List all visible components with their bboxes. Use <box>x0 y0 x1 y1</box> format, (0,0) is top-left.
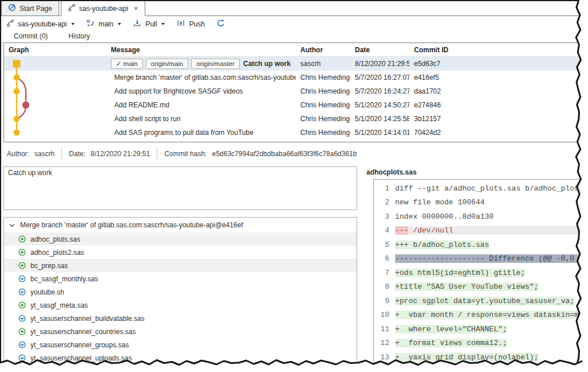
tab-label: sas-youtube-api <box>79 5 128 13</box>
commit-row[interactable]: Merge branch 'master' of gitlab.sas.com:… <box>4 71 587 84</box>
line-number: 8 <box>374 282 395 291</box>
tab-start-page[interactable]: Start Page <box>1 1 59 16</box>
repo-selector-label: sas-youtube-api <box>18 20 67 28</box>
history-table-header: Graph Message Author Date Commit ID <box>4 43 587 57</box>
commit-message-box[interactable]: Catch up work <box>3 166 357 210</box>
line-content: + format views comma12.; <box>395 339 507 347</box>
diff-line: 2 new file mode 100644 <box>374 196 588 210</box>
branch-badge: origin/main <box>146 59 188 69</box>
changed-file-row[interactable]: youtube.sh <box>4 285 357 299</box>
commit-details-bar: Author: sascrh Date: 8/12/2020 21:29:51 … <box>3 144 588 164</box>
changed-file-row[interactable]: bc_sasgf_monthly.sas <box>4 272 357 285</box>
history-table: Graph Message Author Date Commit ID ✓ ma… <box>3 42 588 142</box>
line-number: 12 <box>374 339 395 347</box>
commit-message-text: Add SAS programs to pull data from YouTu… <box>114 129 253 137</box>
line-number: 6 <box>374 254 395 263</box>
message-cell: Add README.md <box>106 101 296 109</box>
changed-file-row[interactable]: yt_sasuserschannel_groups.sas <box>4 338 357 351</box>
branch-badge: ✓ main <box>111 59 143 69</box>
commit-row[interactable]: Add support for Brightcove SASGF videos … <box>4 84 587 98</box>
close-icon[interactable]: × <box>134 5 138 12</box>
date-value: 8/12/2020 21:29:51 <box>91 150 150 158</box>
document-tab-bar: Start Page sas-youtube-api × <box>1 1 588 16</box>
refresh-icon <box>216 19 225 29</box>
tab-commit[interactable]: Commit (0) <box>14 32 48 44</box>
commit-message-text: Add README.md <box>114 101 169 109</box>
line-content: + where level="CHANNEL"; <box>395 325 507 334</box>
file-added-icon <box>18 262 26 269</box>
git-toolbar: sas-youtube-api main <box>1 16 588 32</box>
commit-author: sascrh <box>296 60 350 68</box>
commit-message-text: Merge branch 'master' of gitlab.sas.com:… <box>114 73 296 82</box>
pull-button[interactable]: Pull <box>133 19 165 29</box>
file-name: yt_sasgf_meta.sas <box>30 301 88 309</box>
commit-date: 5/7/2020 16:27:07 <box>350 73 409 82</box>
refresh-button[interactable] <box>216 19 225 29</box>
date-label: Date: <box>69 150 86 158</box>
divider <box>157 147 157 161</box>
chevron-down-icon <box>9 221 15 229</box>
tab-repo[interactable]: sas-youtube-api × <box>61 1 145 16</box>
line-content: -------------------- Difference (@@ -0,0… <box>395 254 588 263</box>
push-button[interactable]: Push <box>176 19 204 29</box>
column-header-graph: Graph <box>4 46 106 54</box>
file-modified-icon <box>18 288 26 296</box>
commit-message-text: Catch up work <box>243 60 291 68</box>
column-header-commit-id: Commit ID <box>409 46 587 54</box>
file-name: adhoc_plots2.sas <box>30 249 84 257</box>
branch-selector-label: main <box>98 20 113 28</box>
line-content: diff --git a/adhoc_plots.sas b/adhoc_plo… <box>395 184 588 193</box>
line-number: 1 <box>374 184 395 193</box>
commit-message-text: Add shell script to run <box>114 115 180 123</box>
tab-label: Start Page <box>20 5 52 13</box>
commit-row[interactable]: Add shell script to run Chris Hemedinger… <box>4 112 587 126</box>
commit-row[interactable]: Add README.md Chris Hemedinger 5/1/2020 … <box>4 98 587 112</box>
commit-hash-value: e5d63c7994af2dbdbaba66af63f3f6c78a6d361b <box>212 150 357 158</box>
git-history-screenshot: Start Page sas-youtube-api × <box>0 0 588 372</box>
changed-file-row[interactable]: adhoc_plots.sas <box>4 232 357 246</box>
message-cell: Add shell script to run <box>106 115 296 123</box>
message-cell: Add support for Brightcove SASGF videos <box>106 87 296 95</box>
branch-selector[interactable]: main <box>86 19 121 29</box>
commit-hash-label: Commit hash: <box>164 150 207 158</box>
divider <box>61 147 62 161</box>
repo-selector[interactable]: sas-youtube-api <box>6 19 75 29</box>
changed-file-row[interactable]: yt_sasgf_meta.sas <box>4 299 357 312</box>
line-number: 7 <box>374 269 395 277</box>
history-rows: ✓ mainorigin/mainorigin/master Catch up … <box>4 57 587 140</box>
git-branch-icon <box>6 19 14 29</box>
line-content: new file mode 100644 <box>395 198 485 207</box>
changed-files-list: adhoc_plots.sas adhoc_plots2.sas bc_prep… <box>4 232 357 365</box>
start-page-icon <box>8 3 16 13</box>
author-value: sascrh <box>34 150 55 158</box>
column-header-message: Message <box>106 46 296 54</box>
column-header-date: Date <box>350 46 409 54</box>
diff-code-view[interactable]: 1 diff --git a/adhoc_plots.sas b/adhoc_p… <box>373 179 588 372</box>
file-name: yt_sasuserschannel_countries.sas <box>30 328 136 336</box>
dropdown-caret-icon <box>118 23 121 25</box>
app-window: Start Page sas-youtube-api × <box>0 0 588 372</box>
changed-files-group-header[interactable]: Merge branch 'master' of gitlab.sas.com:… <box>4 218 357 232</box>
tab-history[interactable]: History <box>68 32 90 44</box>
changed-file-row[interactable]: adhoc_plots2.sas <box>4 246 357 259</box>
file-name: bc_prep.sas <box>30 262 68 270</box>
file-added-icon <box>18 328 26 335</box>
line-content: +ods html5(id=eghtml) gtitle; <box>395 269 525 277</box>
diff-line: 3 index 0000000..8d0a130 <box>374 210 588 224</box>
commit-id: daa1702 <box>409 87 587 95</box>
file-modified-icon <box>18 315 26 322</box>
changed-file-row[interactable]: yt_sasuserschannel_buildvatable.sas <box>4 312 357 325</box>
diff-line: 11 + where level="CHANNEL"; <box>374 322 588 336</box>
line-content: +title "SAS User YouTube views"; <box>395 282 539 291</box>
commit-row[interactable]: Add SAS programs to pull data from YouTu… <box>4 126 587 140</box>
commit-id: 3b12157 <box>409 115 587 123</box>
line-number: 4 <box>374 226 395 235</box>
commit-row[interactable]: ✓ mainorigin/mainorigin/master Catch up … <box>4 57 587 71</box>
push-icon <box>176 19 185 29</box>
changed-file-row[interactable]: bc_prep.sas <box>4 259 357 272</box>
diff-line: 5 +++ b/adhoc_plots.sas <box>374 238 588 252</box>
line-number: 11 <box>374 325 395 334</box>
changed-file-row[interactable]: yt_sasuserschannel_countries.sas <box>4 325 357 338</box>
diff-line: 8 +title "SAS User YouTube views"; <box>374 280 588 294</box>
commit-author: Chris Hemedinger <box>296 115 350 123</box>
